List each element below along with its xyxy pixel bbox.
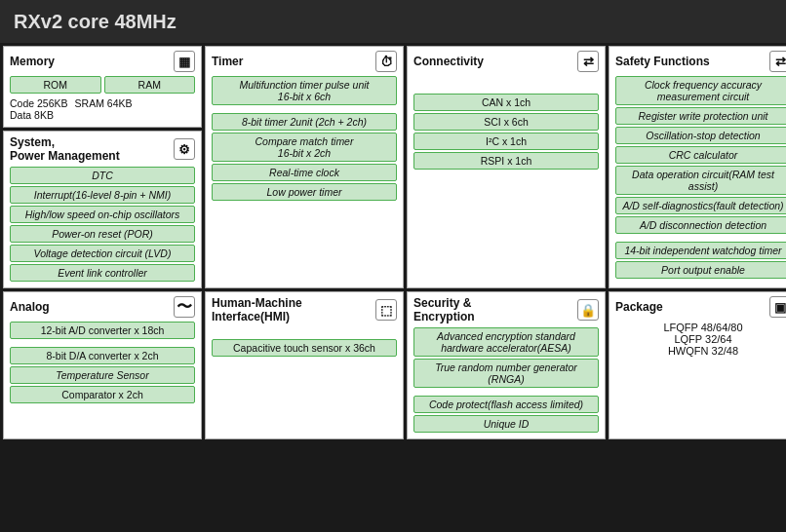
timer-title: Timer ⏱ — [212, 51, 397, 72]
hmi-title: Human-MachineInterface(HMI) ⬚ — [212, 296, 397, 323]
connectivity-block: Connectivity ⇄ CAN x 1ch SCI x 6ch I²C x… — [407, 46, 606, 288]
safety-item-0: Clock frequency accuracymeasurement circ… — [615, 76, 786, 105]
package-block: Package ▣ LFQFP 48/64/80 LQFP 32/64 HWQF… — [609, 291, 786, 439]
memory-sub-row: ROM RAM — [10, 76, 195, 95]
sec-item-0: Advanced encryption standardhardware acc… — [413, 327, 599, 357]
safety-title: Safety Functions ⇄ — [615, 51, 786, 72]
sys-item-4: Voltage detection circuit (LVD) — [10, 245, 195, 262]
sys-item-0: DTC — [10, 167, 195, 184]
safety-item-4: Data operation circuit(RAM test assist) — [615, 166, 786, 195]
safety-block: Safety Functions ⇄ Clock frequency accur… — [609, 46, 786, 288]
package-title: Package ▣ — [615, 296, 786, 318]
safety-item-8: Port output enable — [615, 261, 786, 279]
rom-label: ROM — [10, 76, 101, 94]
safety-item-3: CRC calculator — [615, 146, 786, 164]
analog-title: Analog 〜 — [10, 296, 195, 318]
sys-item-2: High/low speed on-chip oscillators — [10, 206, 195, 223]
memory-sizes: Code 256KB Data 8KB SRAM 64KB — [10, 97, 195, 121]
memory-icon: ▦ — [174, 51, 195, 72]
timer-item-3: Real-time clock — [212, 164, 397, 181]
pkg-item-0: LFQFP 48/64/80 — [615, 322, 786, 333]
hmi-item-0: Capacitive touch sensor x 36ch — [212, 339, 397, 357]
sec-item-2: Code protect(flash access limited) — [413, 396, 599, 413]
analog-item-1: 8-bit D/A converter x 2ch — [10, 347, 195, 364]
conn-item-2: I²C x 1ch — [413, 133, 599, 150]
hmi-icon: ⬚ — [375, 299, 397, 321]
package-items: LFQFP 48/64/80 LQFP 32/64 HWQFN 32/48 — [615, 322, 786, 357]
pkg-item-2: HWQFN 32/48 — [615, 345, 786, 357]
sys-item-5: Event link controller — [10, 264, 195, 282]
memory-block: Memory ▦ ROM RAM Code 256KB Data 8KB SRA… — [3, 46, 202, 128]
safety-icon: ⇄ — [769, 51, 786, 72]
safety-item-6: A/D disconnection detection — [615, 216, 786, 234]
analog-item-2: Temperature Sensor — [10, 366, 195, 384]
connectivity-icon: ⇄ — [577, 51, 599, 72]
sram-size: SRAM 64KB — [71, 97, 133, 121]
timer-item-1: 8-bit timer 2unit (2ch + 2ch) — [212, 113, 397, 131]
hmi-block: Human-MachineInterface(HMI) ⬚ Capacitive… — [205, 291, 404, 439]
conn-item-0: CAN x 1ch — [413, 94, 599, 111]
safety-item-7: 14-bit independent watchdog timer — [615, 242, 786, 259]
safety-item-1: Register write protection unit — [615, 107, 786, 125]
safety-item-5: A/D self-diagnostics(fault detection) — [615, 197, 786, 214]
memory-title: Memory ▦ — [10, 51, 195, 72]
timer-item-4: Low power timer — [212, 183, 397, 201]
analog-block: Analog 〜 12-bit A/D converter x 18ch 8-b… — [3, 291, 202, 439]
sys-item-3: Power-on reset (POR) — [10, 225, 195, 243]
conn-item-1: SCI x 6ch — [413, 113, 599, 131]
system-block: System,Power Management ⚙ DTC Interrupt(… — [3, 131, 202, 288]
security-icon: 🔒 — [577, 299, 599, 321]
ram-label: RAM — [104, 76, 196, 94]
security-title: Security &Encryption 🔒 — [413, 296, 599, 323]
main-grid: Memory ▦ ROM RAM Code 256KB Data 8KB SRA… — [0, 43, 786, 442]
system-title: System,Power Management ⚙ — [10, 135, 195, 163]
sys-item-1: Interrupt(16-level 8-pin + NMI) — [10, 186, 195, 204]
code-size: Code 256KB Data 8KB — [10, 97, 68, 121]
pkg-item-1: LQFP 32/64 — [615, 333, 786, 345]
sec-item-1: True random number generator (RNGA) — [413, 359, 599, 388]
sec-item-3: Unique ID — [413, 415, 599, 433]
safety-item-2: Oscillation-stop detection — [615, 127, 786, 144]
title-bar: RXv2 core 48MHz — [0, 0, 786, 43]
timer-block: Timer ⏱ Multifunction timer pulse unit16… — [205, 46, 404, 288]
conn-item-3: RSPI x 1ch — [413, 152, 599, 170]
analog-item-3: Comparator x 2ch — [10, 386, 195, 403]
security-block: Security &Encryption 🔒 Advanced encrypti… — [407, 291, 606, 439]
timer-item-2: Compare match timer16-bit x 2ch — [212, 133, 397, 162]
app-title: RXv2 core 48MHz — [14, 11, 177, 33]
analog-item-0: 12-bit A/D converter x 18ch — [10, 322, 195, 339]
connectivity-title: Connectivity ⇄ — [413, 51, 599, 72]
analog-icon: 〜 — [174, 296, 195, 318]
system-icon: ⚙ — [174, 138, 195, 160]
timer-icon: ⏱ — [375, 51, 397, 72]
timer-item-0: Multifunction timer pulse unit16-bit x 6… — [212, 76, 397, 105]
package-icon: ▣ — [769, 296, 786, 318]
